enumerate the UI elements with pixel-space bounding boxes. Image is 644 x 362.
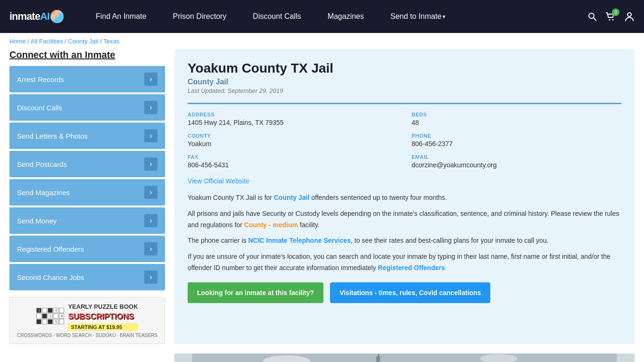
- sidebar-title: Connect with an Inmate: [9, 49, 165, 60]
- nav-icons: 0: [587, 11, 635, 22]
- sidebar-item-label: Send Magazines: [17, 189, 70, 197]
- facility-desc-1: Yoakum County TX Jail is for County Jail…: [188, 192, 621, 204]
- email-block: EMAIL dcorzine@yoakumcounty.org: [412, 154, 621, 169]
- logo-icon: [50, 10, 64, 23]
- sidebar-item-label: Discount Calls: [17, 104, 62, 112]
- find-inmate-button[interactable]: Looking for an inmate at this facility?: [188, 282, 323, 303]
- svg-point-2: [609, 19, 611, 21]
- sidebar-item-label: Send Postcards: [17, 160, 67, 168]
- sidebar-item-label: Second Chance Jobs: [17, 273, 84, 281]
- facility-image-strip: [174, 354, 635, 362]
- beds-block: BEDS 48: [412, 112, 621, 126]
- svg-rect-5: [192, 354, 617, 362]
- svg-point-3: [612, 19, 614, 21]
- nav-magazines[interactable]: Magazines: [314, 0, 377, 33]
- facility-title: Yoakum County TX Jail: [188, 61, 621, 76]
- facility-desc-4: If you are unsure of your inmate's locat…: [188, 251, 621, 274]
- sidebar-item-second-chance-jobs[interactable]: Second Chance Jobs ›: [9, 264, 165, 290]
- email-value: dcorzine@yoakumcounty.org: [412, 161, 621, 169]
- ad-line3: STARTING AT $19.95: [68, 323, 138, 331]
- arrow-icon: ›: [144, 242, 157, 255]
- nav-discount-calls[interactable]: Discount Calls: [239, 0, 314, 33]
- sidebar-item-discount-calls[interactable]: Discount Calls ›: [9, 94, 165, 121]
- visitation-button[interactable]: Visitations - times, rules, Covid cancel…: [330, 282, 490, 303]
- sidebar: Connect with an Inmate Arrest Records › …: [9, 49, 165, 344]
- phone-block: PHONE 806-456-2377: [412, 133, 621, 148]
- registered-offenders-link[interactable]: Registered Offenders: [378, 264, 445, 272]
- ad-line1: YEARLY PUZZLE BOOK: [68, 303, 138, 310]
- breadcrumb-home[interactable]: Home: [9, 38, 26, 45]
- cart-button[interactable]: 0: [605, 11, 616, 22]
- beds-value: 48: [412, 119, 621, 126]
- main-nav: inmateAI Find An Inmate Prison Directory…: [0, 0, 644, 33]
- address-label: ADDRESS: [188, 112, 397, 117]
- email-label: EMAIL: [412, 154, 621, 160]
- facility-desc-2: All prisons and jails have Security or C…: [188, 208, 621, 231]
- county-jail-link[interactable]: County Jail: [274, 194, 309, 201]
- user-button[interactable]: [624, 11, 635, 22]
- arrow-icon: ›: [144, 186, 157, 199]
- address-value: 1405 Hwy 214, Plains, TX 79355: [188, 119, 397, 126]
- facility-photo-svg: [174, 354, 635, 362]
- arrow-icon: ›: [144, 214, 157, 227]
- main-container: Connect with an Inmate Arrest Records › …: [0, 49, 644, 354]
- logo[interactable]: inmateAI: [9, 10, 64, 23]
- sidebar-item-send-postcards[interactable]: Send Postcards ›: [9, 151, 165, 177]
- ad-line4: CROSSWORDS · WORD SEARCH · SUDOKU · BRAI…: [17, 333, 157, 338]
- cart-badge: 0: [612, 8, 619, 16]
- facility-content: Yoakum County TX Jail County Jail Last U…: [174, 49, 635, 344]
- sidebar-item-label: Send Letters & Photos: [17, 132, 88, 140]
- sidebar-item-send-magazines[interactable]: Send Magazines ›: [9, 179, 165, 206]
- arrow-icon: ›: [144, 271, 157, 284]
- fax-value: 806-456-5431: [188, 161, 397, 169]
- arrow-icon: ›: [144, 101, 157, 114]
- beds-label: BEDS: [412, 112, 621, 117]
- logo-text: inmateAI: [9, 10, 50, 23]
- facility-desc-3: The phone carrier is NCIC Inmate Telepho…: [188, 235, 621, 247]
- fax-block: FAX 806-456-5431: [188, 154, 397, 169]
- phone-label: PHONE: [412, 133, 621, 139]
- search-button[interactable]: [587, 12, 597, 21]
- svg-rect-7: [376, 356, 380, 362]
- sidebar-item-label: Arrest Records: [17, 75, 64, 83]
- facility-type: County Jail: [188, 78, 621, 86]
- arrow-icon: ›: [144, 73, 157, 86]
- facility-updated: Last Updated: September 29, 2019: [188, 87, 621, 94]
- user-icon: [624, 11, 635, 22]
- breadcrumb: Home / All Facilities / County Jail / Te…: [0, 33, 644, 49]
- sidebar-item-label: Send Money: [17, 217, 57, 225]
- sidebar-item-send-money[interactable]: Send Money ›: [9, 207, 165, 234]
- svg-point-4: [627, 13, 631, 16]
- address-block: ADDRESS 1405 Hwy 214, Plains, TX 79355: [188, 112, 397, 126]
- sidebar-menu: Arrest Records › Discount Calls › Send L…: [9, 66, 165, 290]
- county-value: Yoakum: [188, 140, 397, 148]
- official-website-link[interactable]: View Official Website: [188, 177, 249, 185]
- nav-links: Find An Inmate Prison Directory Discount…: [83, 0, 587, 33]
- arrow-icon: ›: [144, 129, 157, 142]
- nav-prison-directory[interactable]: Prison Directory: [160, 0, 240, 33]
- search-icon: [587, 12, 597, 21]
- sidebar-item-registered-offenders[interactable]: Registered Offenders ›: [9, 236, 165, 262]
- breadcrumb-county-jail[interactable]: County Jail: [68, 38, 98, 45]
- facility-image-container: [0, 354, 644, 362]
- facility-info-grid: ADDRESS 1405 Hwy 214, Plains, TX 79355 B…: [188, 103, 621, 169]
- ncic-link[interactable]: NCIC Inmate Telephone Services: [248, 237, 351, 244]
- arrow-icon: ›: [144, 157, 157, 171]
- county-label: COUNTY: [188, 133, 397, 139]
- fax-label: FAX: [188, 154, 397, 160]
- svg-line-1: [594, 18, 596, 21]
- sidebar-item-send-letters[interactable]: Send Letters & Photos ›: [9, 123, 165, 149]
- sidebar-ad[interactable]: 1 4 1 9 5: [9, 297, 165, 344]
- sidebar-item-arrest-records[interactable]: Arrest Records ›: [9, 66, 165, 92]
- breadcrumb-state[interactable]: Texas: [103, 38, 119, 45]
- ad-line2: SUBSCRIPTIONS: [68, 312, 138, 321]
- sidebar-item-label: Registered Offenders: [17, 245, 84, 253]
- svg-rect-8: [378, 354, 379, 357]
- phone-value: 806-456-2377: [412, 140, 621, 148]
- county-medium-link[interactable]: County - medium: [244, 221, 298, 229]
- nav-send-to-inmate[interactable]: Send to Inmate: [377, 0, 459, 33]
- facility-image: [174, 354, 635, 362]
- nav-find-inmate[interactable]: Find An Inmate: [83, 0, 160, 33]
- county-block: COUNTY Yoakum: [188, 133, 397, 148]
- breadcrumb-all-facilities[interactable]: All Facilities: [31, 38, 63, 45]
